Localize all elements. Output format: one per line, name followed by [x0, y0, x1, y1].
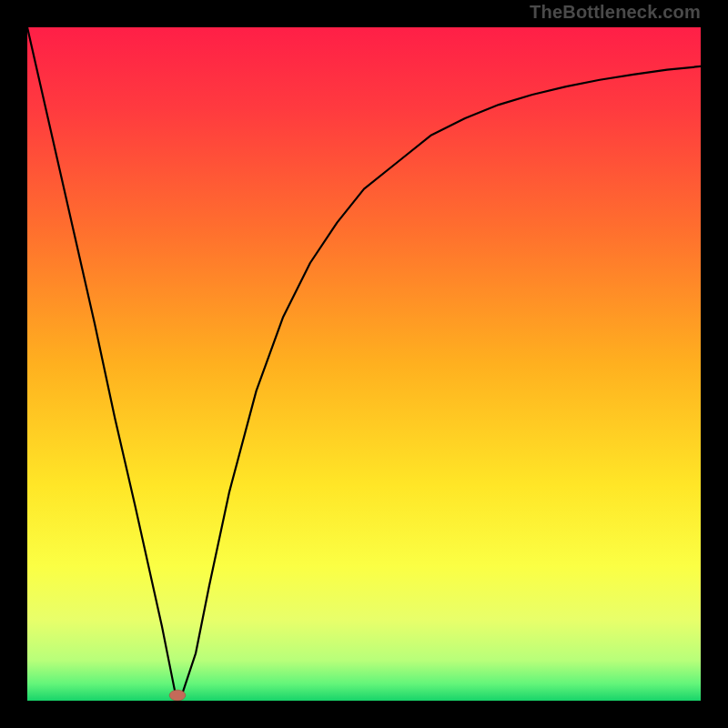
chart-background [27, 27, 701, 701]
plot-area [27, 27, 701, 701]
chart-frame: TheBottleneck.com [0, 0, 728, 728]
chart-svg [27, 27, 701, 701]
watermark-text: TheBottleneck.com [530, 2, 701, 23]
optimum-marker [169, 690, 186, 701]
